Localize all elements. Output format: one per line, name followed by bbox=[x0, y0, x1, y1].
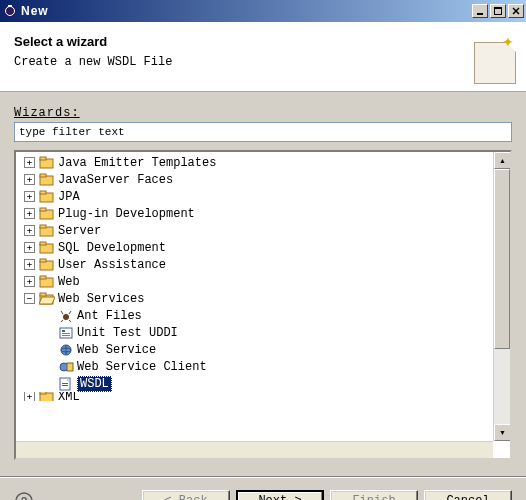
app-icon bbox=[2, 3, 18, 19]
folder-closed-icon bbox=[39, 275, 55, 289]
tree-folder[interactable]: +JavaServer Faces bbox=[18, 171, 510, 188]
wizard-subtitle: Create a new WSDL File bbox=[14, 55, 512, 69]
svg-rect-37 bbox=[62, 385, 68, 386]
wizard-body: Wizards: +Java Emitter Templates+JavaSer… bbox=[0, 92, 526, 468]
scroll-thumb[interactable] bbox=[494, 169, 510, 349]
tree-container: +Java Emitter Templates+JavaServer Faces… bbox=[14, 150, 512, 460]
tree-leaf[interactable]: Ant Files bbox=[18, 307, 510, 324]
ws-icon bbox=[58, 343, 74, 357]
window-title: New bbox=[21, 4, 470, 18]
vertical-scrollbar[interactable]: ▲ ▼ bbox=[493, 152, 510, 441]
tree-folder[interactable]: +Plug-in Development bbox=[18, 205, 510, 222]
folder-open-icon bbox=[39, 292, 55, 306]
tree-item-label: Server bbox=[58, 224, 101, 238]
filter-input[interactable] bbox=[14, 122, 512, 142]
scroll-down-button[interactable]: ▼ bbox=[494, 424, 511, 441]
tree-folder[interactable]: +SQL Development bbox=[18, 239, 510, 256]
tree-folder[interactable]: +Web bbox=[18, 273, 510, 290]
maximize-button[interactable] bbox=[490, 4, 506, 18]
tree-elbow bbox=[43, 361, 54, 372]
tree-item-label: Web Service bbox=[77, 343, 156, 357]
svg-rect-15 bbox=[40, 225, 46, 228]
expand-icon[interactable]: + bbox=[24, 276, 35, 287]
svg-rect-3 bbox=[477, 13, 483, 15]
finish-button: Finish bbox=[330, 490, 418, 501]
wizards-label: Wizards: bbox=[14, 106, 512, 120]
svg-rect-2 bbox=[8, 5, 12, 7]
scroll-up-button[interactable]: ▲ bbox=[494, 152, 511, 169]
tree-folder[interactable]: +JPA bbox=[18, 188, 510, 205]
svg-rect-11 bbox=[40, 191, 46, 194]
scroll-track[interactable] bbox=[494, 169, 510, 424]
wizard-banner-icon: ✦ bbox=[454, 32, 516, 84]
svg-rect-36 bbox=[62, 383, 68, 384]
expand-icon[interactable]: + bbox=[24, 157, 35, 168]
tree-leaf[interactable]: Web Service Client bbox=[18, 358, 510, 375]
wsdl-icon bbox=[58, 377, 74, 391]
wizard-header: Select a wizard Create a new WSDL File ✦ bbox=[0, 22, 526, 92]
tree-item-label: Unit Test UDDI bbox=[77, 326, 178, 340]
help-icon[interactable]: ? bbox=[14, 491, 34, 500]
tree-leaf[interactable]: Web Service bbox=[18, 341, 510, 358]
tree-item-label: JavaServer Faces bbox=[58, 173, 173, 187]
wizard-title: Select a wizard bbox=[14, 34, 512, 49]
svg-rect-28 bbox=[62, 333, 70, 334]
tree-item-label: WSDL bbox=[77, 376, 112, 392]
expand-icon[interactable]: + bbox=[24, 242, 35, 253]
cancel-button[interactable]: Cancel bbox=[424, 490, 512, 501]
tree-item-label: JPA bbox=[58, 190, 80, 204]
svg-rect-27 bbox=[62, 330, 65, 332]
tree-elbow bbox=[43, 344, 54, 355]
tree-folder[interactable]: −Web Services bbox=[18, 290, 510, 307]
expand-icon[interactable]: + bbox=[24, 208, 35, 219]
ant-icon bbox=[58, 309, 74, 323]
next-button[interactable]: Next > bbox=[236, 490, 324, 501]
title-bar: New bbox=[0, 0, 526, 22]
svg-rect-21 bbox=[40, 276, 46, 279]
folder-closed-icon bbox=[39, 241, 55, 255]
tree-item-label: Plug-in Development bbox=[58, 207, 195, 221]
uddi-icon bbox=[58, 326, 74, 340]
collapse-icon[interactable]: − bbox=[24, 293, 35, 304]
tree-folder[interactable]: +Server bbox=[18, 222, 510, 239]
svg-marker-24 bbox=[39, 297, 55, 304]
svg-rect-23 bbox=[40, 293, 46, 296]
close-button[interactable] bbox=[508, 4, 524, 18]
svg-rect-17 bbox=[40, 242, 46, 245]
tree-item-label: SQL Development bbox=[58, 241, 166, 255]
horizontal-scrollbar[interactable] bbox=[16, 441, 493, 458]
svg-rect-19 bbox=[40, 259, 46, 262]
tree-item-label: Web Services bbox=[58, 292, 144, 306]
folder-closed-icon bbox=[39, 190, 55, 204]
wsc-icon bbox=[58, 360, 74, 374]
tree-folder[interactable]: +Java Emitter Templates bbox=[18, 154, 510, 171]
expand-icon[interactable]: + bbox=[24, 259, 35, 270]
tree-leaf[interactable]: Unit Test UDDI bbox=[18, 324, 510, 341]
expand-icon[interactable]: + bbox=[24, 392, 35, 401]
folder-closed-icon bbox=[39, 258, 55, 272]
tree-leaf[interactable]: WSDL bbox=[18, 375, 510, 392]
wizard-tree[interactable]: +Java Emitter Templates+JavaServer Faces… bbox=[16, 152, 510, 458]
minimize-button[interactable] bbox=[472, 4, 488, 18]
svg-rect-29 bbox=[62, 335, 70, 336]
svg-text:?: ? bbox=[21, 495, 28, 500]
tree-folder[interactable]: +XML bbox=[18, 392, 510, 401]
back-button: < Back bbox=[142, 490, 230, 501]
tree-folder[interactable]: +User Assistance bbox=[18, 256, 510, 273]
tree-item-label: User Assistance bbox=[58, 258, 166, 272]
folder-closed-icon bbox=[39, 392, 55, 401]
expand-icon[interactable]: + bbox=[24, 225, 35, 236]
svg-rect-7 bbox=[40, 157, 46, 160]
svg-rect-5 bbox=[494, 7, 502, 9]
folder-closed-icon bbox=[39, 207, 55, 221]
svg-rect-33 bbox=[67, 363, 73, 371]
folder-closed-icon bbox=[39, 224, 55, 238]
svg-rect-9 bbox=[40, 174, 46, 177]
tree-item-label: Web Service Client bbox=[77, 360, 207, 374]
tree-item-label: Java Emitter Templates bbox=[58, 156, 216, 170]
folder-closed-icon bbox=[39, 156, 55, 170]
expand-icon[interactable]: + bbox=[24, 174, 35, 185]
tree-elbow bbox=[43, 327, 54, 338]
tree-item-label: Web bbox=[58, 275, 80, 289]
expand-icon[interactable]: + bbox=[24, 191, 35, 202]
